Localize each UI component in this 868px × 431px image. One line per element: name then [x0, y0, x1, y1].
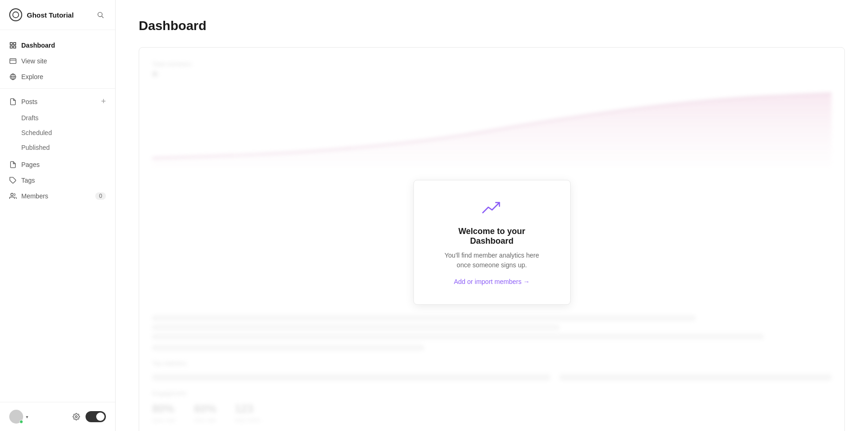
- brand-logo: [9, 8, 22, 21]
- posts-label: Posts: [21, 98, 37, 105]
- sidebar-item-published[interactable]: Published: [0, 140, 115, 155]
- explore-icon: [9, 73, 17, 80]
- posts-icon: [9, 98, 17, 105]
- sidebar-item-explore-label: Explore: [21, 73, 43, 80]
- add-post-icon[interactable]: +: [101, 97, 106, 106]
- svg-rect-4: [13, 43, 16, 45]
- sidebar-nav: Dashboard View site Explore: [0, 30, 115, 402]
- add-import-members-link[interactable]: Add or import members →: [454, 278, 529, 285]
- engagement-stat-click-rate: 60% click rate: [194, 402, 216, 424]
- toggle-knob: [96, 413, 105, 421]
- sidebar-item-drafts[interactable]: Drafts: [0, 111, 115, 125]
- sidebar-brand: Ghost Tutorial: [9, 8, 74, 21]
- search-button[interactable]: [95, 9, 106, 20]
- gear-icon: [73, 413, 80, 420]
- members-label: Members: [21, 192, 48, 200]
- engagement-stat-total-clicks: 123 total clicks: [235, 402, 260, 424]
- chart-svg-container: [152, 84, 831, 186]
- dashboard-icon: [9, 42, 17, 49]
- svg-rect-6: [13, 46, 16, 48]
- chart-label: Total members: [152, 61, 831, 68]
- sidebar-item-dashboard[interactable]: Dashboard: [0, 37, 115, 53]
- pages-label: Pages: [21, 161, 40, 168]
- user-avatar-area[interactable]: ▾: [9, 410, 28, 424]
- posts-section-left: Posts: [9, 98, 37, 105]
- top-statistics-blurred: Top statistics: [152, 360, 831, 381]
- chevron-down-icon: ▾: [26, 414, 28, 419]
- svg-rect-5: [10, 46, 12, 48]
- members-icon: [9, 192, 17, 200]
- members-chart: [152, 84, 831, 167]
- main-content: Dashboard Total members: [116, 0, 868, 431]
- view-site-icon: [9, 57, 17, 65]
- svg-rect-3: [10, 43, 12, 45]
- sidebar-item-view-site[interactable]: View site: [0, 53, 115, 69]
- sidebar-item-explore[interactable]: Explore: [0, 69, 115, 85]
- engagement-blurred: Engagement 80% open rate 60% click rate …: [152, 390, 831, 424]
- sidebar: Ghost Tutorial Dashboard View site: [0, 0, 116, 431]
- sidebar-item-view-site-label: View site: [21, 57, 47, 65]
- svg-line-2: [102, 16, 104, 18]
- tags-icon: [9, 177, 17, 184]
- posts-section: Posts + Drafts Scheduled Published: [0, 92, 115, 155]
- welcome-modal: Welcome to your Dashboard You'll find me…: [413, 180, 571, 305]
- settings-button[interactable]: [73, 413, 80, 420]
- trending-up-icon: [437, 199, 547, 219]
- avatar: [9, 410, 23, 424]
- sidebar-item-dashboard-label: Dashboard: [21, 42, 55, 49]
- sidebar-footer: ▾: [0, 402, 115, 431]
- svg-point-12: [11, 193, 13, 196]
- welcome-description: You'll find member analytics here once s…: [437, 251, 547, 270]
- sidebar-item-tags[interactable]: Tags: [0, 172, 115, 188]
- chart-top-blurred: Total members: [152, 61, 831, 77]
- members-badge: 0: [95, 192, 106, 200]
- search-icon: [97, 11, 104, 18]
- svg-rect-7: [10, 59, 16, 64]
- footer-icons: [73, 411, 106, 422]
- sidebar-item-members[interactable]: Members 0: [0, 188, 115, 204]
- welcome-title: Welcome to your Dashboard: [437, 227, 547, 246]
- brand-name: Ghost Tutorial: [27, 11, 74, 19]
- tags-label: Tags: [21, 177, 35, 184]
- page-title: Dashboard: [139, 18, 845, 33]
- avatar-online-indicator: [19, 420, 23, 424]
- sidebar-header: Ghost Tutorial: [0, 0, 115, 30]
- sidebar-item-posts[interactable]: Posts +: [0, 92, 115, 111]
- bottom-blurred-rows: [152, 315, 831, 351]
- nav-divider-1: [0, 88, 115, 89]
- engagement-stat-open-rate: 80% open rate: [152, 402, 176, 424]
- svg-point-13: [75, 416, 77, 418]
- theme-toggle[interactable]: [86, 411, 106, 422]
- pages-icon: [9, 161, 17, 168]
- sidebar-item-pages[interactable]: Pages: [0, 157, 115, 172]
- svg-point-1: [98, 12, 102, 17]
- sidebar-item-scheduled[interactable]: Scheduled: [0, 125, 115, 140]
- svg-point-0: [13, 12, 19, 18]
- dashboard-card: Total members: [139, 47, 845, 431]
